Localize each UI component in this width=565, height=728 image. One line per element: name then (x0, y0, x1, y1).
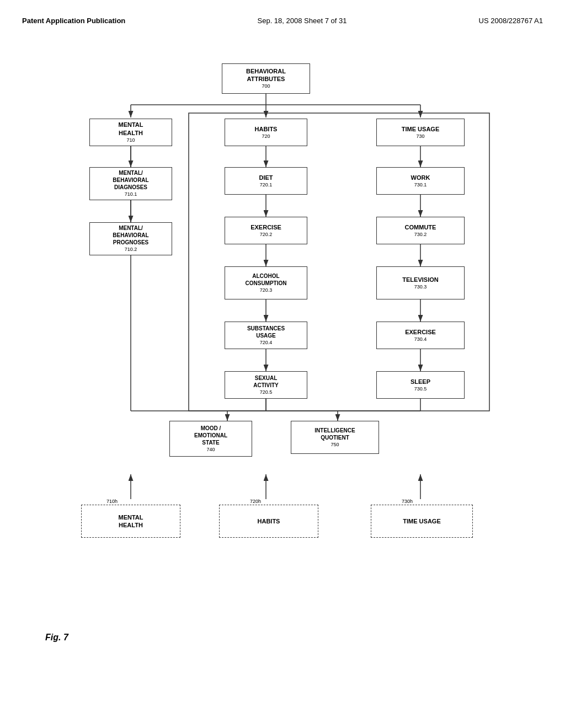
mental-health-h-ref: 710h (106, 499, 118, 505)
mental-health-ref: 710 (126, 137, 135, 144)
mood-emotional-state-box: MOOD / EMOTIONAL STATE 740 (169, 421, 252, 457)
page: Patent Application Publication Sep. 18, … (0, 0, 565, 728)
mental-health-label: MENTAL HEALTH (118, 121, 143, 137)
television-ref: 730.3 (414, 284, 427, 291)
diet-label: DIET (259, 174, 273, 181)
exercise-habits-box: EXERCISE 720.2 (225, 217, 307, 244)
habits-box: HABITS 720 (225, 119, 307, 146)
mental-health-h-box: 710h MENTAL HEALTH (81, 505, 180, 538)
fig-label: Fig. 7 (45, 633, 68, 643)
intelligence-quotient-label: INTELLIGENCE QUOTIENT (315, 427, 355, 441)
header-center: Sep. 18, 2008 Sheet 7 of 31 (258, 17, 347, 25)
behavioral-attributes-label: BEHAVIORAL ATTRIBUTES (246, 67, 286, 83)
commute-label: COMMUTE (405, 223, 436, 231)
behavioral-attributes-box: BEHAVIORAL ATTRIBUTES 700 (222, 63, 310, 94)
television-box: TELEVISION 730.3 (376, 266, 465, 299)
time-usage-ref: 730 (416, 133, 424, 140)
exercise-time-label: EXERCISE (405, 328, 436, 336)
substances-usage-box: SUBSTANCES USAGE 720.4 (225, 322, 307, 349)
substances-usage-label: SUBSTANCES USAGE (247, 325, 285, 339)
mood-emotional-state-ref: 740 (206, 447, 215, 453)
habits-h-ref: 720h (250, 499, 261, 505)
alcohol-consumption-box: ALCOHOL CONSUMPTION 720.3 (225, 266, 307, 299)
substances-usage-ref: 720.4 (260, 340, 273, 346)
habits-label: HABITS (255, 125, 278, 133)
mental-health-box: MENTAL HEALTH 710 (89, 119, 172, 146)
time-usage-h-label: TIME USAGE (403, 517, 440, 525)
exercise-habits-label: EXERCISE (250, 223, 281, 231)
header: Patent Application Publication Sep. 18, … (22, 11, 543, 36)
sleep-label: SLEEP (411, 378, 430, 386)
exercise-habits-ref: 720.2 (260, 232, 273, 238)
work-label: WORK (411, 174, 430, 181)
mental-behavioral-diagnoses-ref: 710.1 (125, 191, 137, 198)
work-box: WORK 730.1 (376, 167, 465, 195)
mood-emotional-state-label: MOOD / EMOTIONAL STATE (194, 425, 227, 446)
exercise-time-ref: 730.4 (414, 336, 427, 343)
mental-behavioral-diagnoses-box: MENTAL/ BEHAVIORAL DIAGNOSES 710.1 (89, 167, 172, 200)
sexual-activity-ref: 720.5 (260, 389, 273, 396)
time-usage-label: TIME USAGE (402, 125, 439, 133)
habits-h-box: 720h HABITS (219, 505, 318, 538)
habits-h-label: HABITS (258, 517, 280, 525)
mental-behavioral-diagnoses-label: MENTAL/ BEHAVIORAL DIAGNOSES (113, 169, 148, 191)
commute-ref: 730.2 (414, 232, 427, 238)
sleep-ref: 730.5 (414, 386, 427, 393)
behavioral-attributes-ref: 700 (262, 83, 270, 90)
commute-box: COMMUTE 730.2 (376, 217, 465, 244)
diagram-area: BEHAVIORAL ATTRIBUTES 700 MENTAL HEALTH … (34, 47, 531, 654)
svg-rect-18 (189, 113, 489, 411)
mental-behavioral-prognoses-label: MENTAL/ BEHAVIORAL PROGNOSES (113, 224, 148, 246)
sexual-activity-label: SEXUAL ACTIVITY (253, 374, 279, 389)
television-label: TELEVISION (402, 276, 438, 283)
header-right: US 2008/228767 A1 (479, 17, 543, 25)
time-usage-h-box: 730h TIME USAGE (371, 505, 473, 538)
sleep-box: SLEEP 730.5 (376, 371, 465, 399)
mental-behavioral-prognoses-box: MENTAL/ BEHAVIORAL PROGNOSES 710.2 (89, 222, 172, 255)
diet-box: DIET 720.1 (225, 167, 307, 195)
alcohol-consumption-label: ALCOHOL CONSUMPTION (246, 272, 287, 287)
exercise-time-box: EXERCISE 730.4 (376, 322, 465, 349)
sexual-activity-box: SEXUAL ACTIVITY 720.5 (225, 371, 307, 399)
header-left: Patent Application Publication (22, 17, 125, 25)
mental-health-h-label: MENTAL HEALTH (118, 513, 143, 529)
habits-ref: 720 (262, 133, 270, 140)
diet-ref: 720.1 (260, 182, 273, 189)
intelligence-quotient-ref: 750 (331, 442, 339, 448)
work-ref: 730.1 (414, 182, 427, 189)
mental-behavioral-prognoses-ref: 710.2 (125, 247, 137, 253)
time-usage-h-ref: 730h (402, 499, 413, 505)
alcohol-consumption-ref: 720.3 (260, 287, 273, 294)
intelligence-quotient-box: INTELLIGENCE QUOTIENT 750 (291, 421, 379, 454)
time-usage-box: TIME USAGE 730 (376, 119, 465, 146)
